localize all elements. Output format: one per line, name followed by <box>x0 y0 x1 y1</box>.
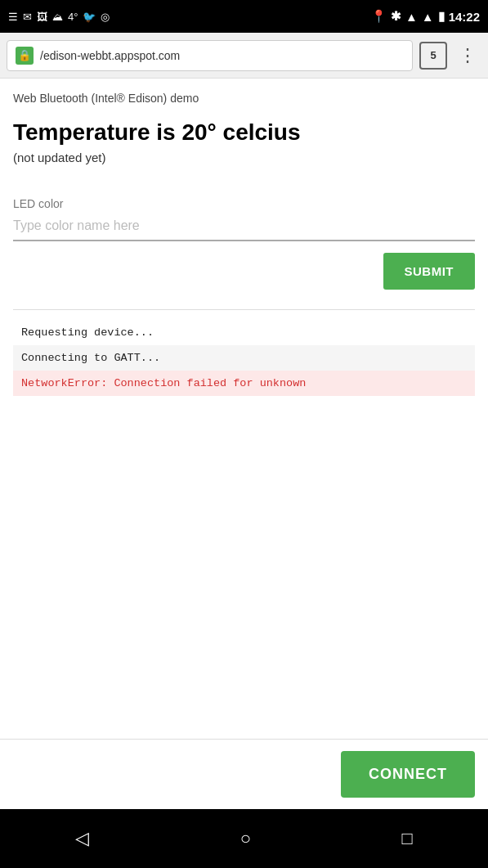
led-label: LED color <box>13 197 475 210</box>
signal-icon: ▲ <box>422 10 434 24</box>
image-icon: 🖼 <box>37 11 47 23</box>
mountain-icon: ⛰ <box>52 11 63 23</box>
url-text: /edison-webbt.appspot.com <box>40 49 404 62</box>
address-field[interactable]: 🔒 /edison-webbt.appspot.com <box>7 40 413 71</box>
menu-button[interactable]: ⋮ <box>454 42 481 70</box>
navigation-bar: ◁ ○ □ <box>0 809 488 868</box>
email-icon: ✉ <box>23 11 32 23</box>
status-icons-right: 📍 ✱ ▲ ▲ ▮ 14:22 <box>371 9 480 24</box>
home-button[interactable]: ○ <box>240 828 251 849</box>
battery-icon: ▮ <box>438 9 445 24</box>
hamburger-icon: ☰ <box>8 11 18 23</box>
log-line-2: NetworkError: Connection failed for unkn… <box>13 371 475 396</box>
submit-row: SUBMIT <box>13 253 475 290</box>
log-line-1: Connecting to GATT... <box>13 345 475 371</box>
bluetooth-icon: ✱ <box>391 9 401 24</box>
recent-button[interactable]: □ <box>401 828 412 849</box>
tab-count-button[interactable]: 5 <box>419 42 447 70</box>
status-bar: ☰ ✉ 🖼 ⛰ 4° 🐦 ◎ 📍 ✱ ▲ ▲ ▮ 14:22 <box>0 0 488 33</box>
clock: 14:22 <box>449 10 480 24</box>
bottom-action-bar: CONNECT <box>0 739 488 809</box>
not-updated-text: (not updated yet) <box>13 151 475 164</box>
connect-button[interactable]: CONNECT <box>341 751 475 798</box>
log-area: Requesting device...Connecting to GATT..… <box>13 310 475 396</box>
led-color-input[interactable] <box>13 215 475 241</box>
status-icons-left: ☰ ✉ 🖼 ⛰ 4° 🐦 ◎ <box>8 11 110 23</box>
address-bar: 🔒 /edison-webbt.appspot.com 5 ⋮ <box>0 33 488 79</box>
main-content: Web Bluetooth (Intel® Edison) demo Tempe… <box>0 79 488 739</box>
location-icon: 📍 <box>371 9 387 24</box>
chrome-icon: ◎ <box>101 11 110 23</box>
lock-icon: 🔒 <box>16 47 34 65</box>
submit-button[interactable]: SUBMIT <box>383 253 476 290</box>
back-button[interactable]: ◁ <box>75 828 89 849</box>
led-section: LED color <box>13 197 475 241</box>
log-line-0: Requesting device... <box>13 320 475 345</box>
page-subtitle: Web Bluetooth (Intel® Edison) demo <box>13 92 475 105</box>
temp-label: 4° <box>68 11 78 23</box>
twitter-icon: 🐦 <box>83 11 96 23</box>
temperature-heading: Temperature is 20° celcius <box>13 119 475 146</box>
wifi-icon: ▲ <box>405 10 418 24</box>
